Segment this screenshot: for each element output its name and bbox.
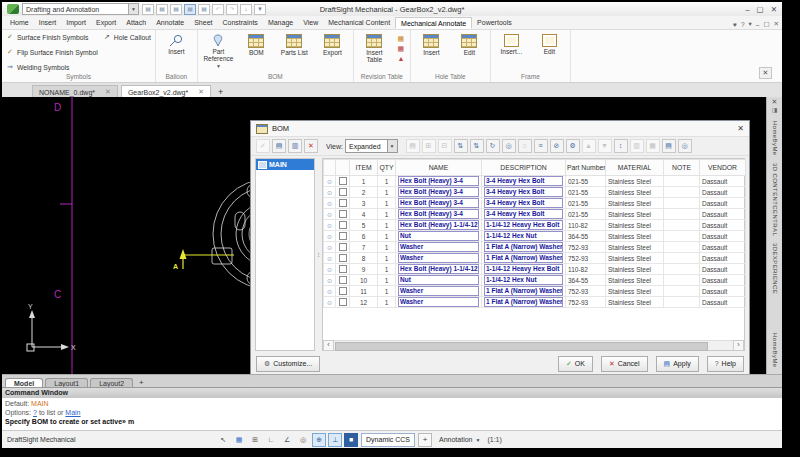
table-row[interactable]: ⊙101Nut1-1/4-12 Hex Nut364-55Stainless S… <box>324 275 746 286</box>
side-tab-3dexperience[interactable]: 3DEXPERIENCE <box>772 243 778 294</box>
remove-balloons-icon[interactable]: ⊘ <box>550 139 564 153</box>
bom-dialog-titlebar[interactable]: BOM ✕ <box>251 121 749 137</box>
cell-description[interactable]: 1-1/4-12 Hex Nut <box>482 275 566 286</box>
cancel-button[interactable]: ✕ Cancel <box>601 356 648 372</box>
polar-icon[interactable]: ∠ <box>280 433 294 447</box>
revision-warning-icon[interactable]: ▲ <box>396 54 406 63</box>
row-select-cell[interactable] <box>336 209 350 220</box>
save-all-icon[interactable]: ▼ <box>254 4 266 15</box>
row-select-cell[interactable] <box>336 198 350 209</box>
cell-name[interactable]: Nut <box>396 275 482 286</box>
table-row[interactable]: ⊙121Washer1 Flat A (Narrow) Washer752-93… <box>324 297 746 308</box>
scrollbar-track[interactable] <box>334 341 733 350</box>
row-checkbox[interactable] <box>339 298 347 306</box>
insert-row-below-icon[interactable]: ▥ <box>288 139 302 153</box>
drawing-area[interactable]: D C A <box>2 97 782 374</box>
column-header-part-number[interactable]: Part Number <box>566 160 606 176</box>
row-select-cell[interactable] <box>336 286 350 297</box>
row-checkbox[interactable] <box>339 254 347 262</box>
add-sheet-button[interactable]: + <box>135 378 148 387</box>
column-header-item[interactable]: ITEM <box>350 160 378 176</box>
cell-description[interactable]: 1 Flat A (Narrow) Washer <box>482 297 566 308</box>
description-value[interactable]: 1 Flat A (Narrow) Washer <box>484 297 563 307</box>
reattach-balloon-icon[interactable]: ◌ <box>518 139 532 153</box>
row-select-cell[interactable] <box>336 275 350 286</box>
table-row[interactable]: ⊙91Hex Bolt (Heavy) 1-1/4-121-1/4-12 Hea… <box>324 264 746 275</box>
column-header-qty[interactable]: QTY <box>378 160 396 176</box>
description-value[interactable]: 3-4 Heavy Hex Bolt <box>484 198 563 208</box>
ribbon-tab-constraints[interactable]: Constraints <box>217 17 262 29</box>
insert-revision-table-button[interactable]: Insert Table <box>358 31 391 63</box>
frame-insert-button[interactable]: Insert... <box>495 31 528 55</box>
cell-description[interactable]: 1-1/4-12 Heavy Hex Bolt <box>482 264 566 275</box>
description-value[interactable]: 3-4 Heavy Hex Bolt <box>484 187 563 197</box>
cell-name[interactable]: Hex Bolt (Heavy) 3-4 <box>396 209 482 220</box>
ribbon-tab-annotate[interactable]: Annotate <box>151 17 189 29</box>
add-status-item-button[interactable]: + <box>418 433 432 447</box>
close-icon[interactable]: ✕ <box>774 20 779 28</box>
flip-surface-finish-button[interactable]: ✓ Flip Surface Finish Symbol <box>6 48 98 56</box>
row-select-cell[interactable] <box>336 220 350 231</box>
column-header-note[interactable]: NOTE <box>664 160 700 176</box>
revision-symbol-icon[interactable]: ▦ <box>396 34 406 43</box>
customize-button[interactable]: ⚙ Customize... <box>256 356 320 372</box>
column-header-material[interactable]: MATERIAL <box>606 160 664 176</box>
print-icon[interactable]: ▤ <box>198 4 210 15</box>
cell-name[interactable]: Hex Bolt (Heavy) 1-1/4-12 <box>396 264 482 275</box>
description-value[interactable]: 1 Flat A (Narrow) Washer <box>484 286 563 296</box>
chevron-down-icon[interactable]: ▼ <box>387 140 397 152</box>
hole-callout-button[interactable]: ↗ Hole Callout <box>103 33 151 41</box>
scroll-left-icon[interactable]: ‹ <box>323 340 334 351</box>
surface-finish-symbols-button[interactable]: ✓ Surface Finish Symbols <box>6 33 98 41</box>
restore-icon[interactable]: ▢ <box>763 20 769 28</box>
entity-snap-icon[interactable]: ◎ <box>296 433 310 447</box>
close-icon[interactable]: ✕ <box>771 5 777 14</box>
row-checkbox[interactable] <box>339 243 347 251</box>
cell-description[interactable]: 1-1/4-12 Heavy Hex Bolt <box>482 220 566 231</box>
parts-list-button[interactable]: Parts List <box>278 31 311 56</box>
part-reference-button[interactable]: Part Reference ▼ <box>202 31 235 70</box>
name-value[interactable]: Hex Bolt (Heavy) 3-4 <box>398 176 479 186</box>
column-header-description[interactable]: DESCRIPTION <box>482 160 566 176</box>
sheet-tab-layout2[interactable]: Layout2 <box>90 378 133 387</box>
ortho-icon[interactable]: ∟ <box>264 433 278 447</box>
open-file-icon[interactable]: ▤ <box>156 4 168 15</box>
undo-icon[interactable]: ↶ <box>212 4 224 15</box>
row-select-cell[interactable] <box>336 187 350 198</box>
tree-splitter[interactable]: ↕ <box>315 158 322 351</box>
help-button[interactable]: ? Help <box>707 356 744 372</box>
description-value[interactable]: 1-1/4-12 Hex Nut <box>484 231 563 241</box>
row-checkbox[interactable] <box>339 199 347 207</box>
name-value[interactable]: Nut <box>398 231 479 241</box>
sort-ascending-icon[interactable]: ⇅ <box>454 139 468 153</box>
description-value[interactable]: 3-4 Heavy Hex Bolt <box>484 209 563 219</box>
cell-description[interactable]: 3-4 Heavy Hex Bolt <box>482 198 566 209</box>
ribbon-tab-attach[interactable]: Attach <box>121 17 151 29</box>
column-header-name[interactable]: NAME <box>396 160 482 176</box>
side-tab-homebyme-bottom[interactable]: HomeByMe <box>772 333 778 368</box>
cell-description[interactable]: 1 Flat A (Narrow) Washer <box>482 253 566 264</box>
cell-description[interactable]: 1 Flat A (Narrow) Washer <box>482 242 566 253</box>
ribbon-tab-mechanical-content[interactable]: Mechanical Content <box>323 17 395 29</box>
cell-description[interactable]: 1-1/4-12 Hex Nut <box>482 231 566 242</box>
ok-button[interactable]: ✓ OK <box>558 356 593 372</box>
entity-track-icon[interactable]: ⊕ <box>312 433 326 447</box>
sheet-tab-layout1[interactable]: Layout1 <box>45 378 88 387</box>
export-button[interactable]: Export <box>316 31 349 56</box>
horizontal-scrollbar[interactable]: ‹ › <box>323 340 744 350</box>
table-row[interactable]: ⊙81Washer1 Flat A (Narrow) Washer752-93S… <box>324 253 746 264</box>
ccs-icon[interactable]: ⊥ <box>328 433 342 447</box>
sheet-tab-model[interactable]: Model <box>5 378 43 387</box>
align-balloons-icon[interactable]: ≡ <box>534 139 548 153</box>
welding-symbols-button[interactable]: ⇒ Welding Symbols <box>6 63 98 71</box>
table-row[interactable]: ⊙61Nut1-1/4-12 Hex Nut364-55Stainless St… <box>324 231 746 242</box>
new-document-tab-button[interactable]: + <box>214 87 227 97</box>
name-value[interactable]: Hex Bolt (Heavy) 3-4 <box>398 187 479 197</box>
document-tab-gearbox2-v2-dwg-[interactable]: GearBox2_v2.dwg*✕ <box>121 85 211 97</box>
ribbon-tab-sheet[interactable]: Sheet <box>189 17 217 29</box>
row-select-cell[interactable] <box>336 231 350 242</box>
document-tab-noname-0-dwg-[interactable]: NONAME_0.dwg*✕ <box>32 85 118 97</box>
view-dropdown[interactable]: Expanded ▼ <box>345 139 398 153</box>
row-checkbox[interactable] <box>339 287 347 295</box>
description-value[interactable]: 1-1/4-12 Hex Nut <box>484 275 563 285</box>
